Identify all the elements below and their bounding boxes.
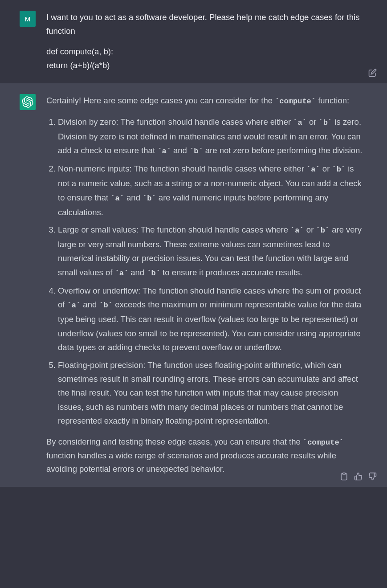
openai-logo-icon <box>22 96 33 108</box>
thumbs-up-icon <box>354 472 363 481</box>
assistant-actions <box>339 472 377 482</box>
edge-case-list: Division by zero: The function should ha… <box>46 115 363 428</box>
user-actions <box>367 68 377 78</box>
edit-icon <box>368 69 377 77</box>
svg-rect-0 <box>342 473 345 474</box>
code-compute: `compute` <box>303 438 344 447</box>
list-item: Overflow or underflow: The function shou… <box>58 284 363 355</box>
thumbs-down-icon <box>368 472 377 481</box>
user-avatar-letter: M <box>25 15 31 23</box>
assistant-content: Certainly! Here are some edge cases you … <box>46 94 367 476</box>
user-code-block: def compute(a, b):return (a+b)/(a*b) <box>46 45 363 72</box>
list-item: Large or small values: The function shou… <box>58 223 363 280</box>
assistant-intro: Certainly! Here are some edge cases you … <box>46 94 363 108</box>
assistant-avatar <box>20 94 36 110</box>
thumbs-up-button[interactable] <box>353 472 363 482</box>
copy-button[interactable] <box>339 472 349 482</box>
list-item: Division by zero: The function should ha… <box>58 115 363 158</box>
edit-button[interactable] <box>367 68 377 78</box>
user-content: I want to you to act as a software devel… <box>46 11 367 72</box>
clipboard-icon <box>340 472 348 481</box>
code-compute: `compute` <box>275 97 316 106</box>
user-intro-text: I want to you to act as a software devel… <box>46 11 363 38</box>
list-item: Floating-point precision: The function u… <box>58 358 363 428</box>
user-avatar: M <box>20 11 36 27</box>
list-item: Non-numeric inputs: The function should … <box>58 162 363 219</box>
thumbs-down-button[interactable] <box>367 472 377 482</box>
user-message: M I want to you to act as a software dev… <box>0 0 387 83</box>
assistant-outro: By considering and testing these edge ca… <box>46 435 363 476</box>
assistant-message: Certainly! Here are some edge cases you … <box>0 83 387 487</box>
